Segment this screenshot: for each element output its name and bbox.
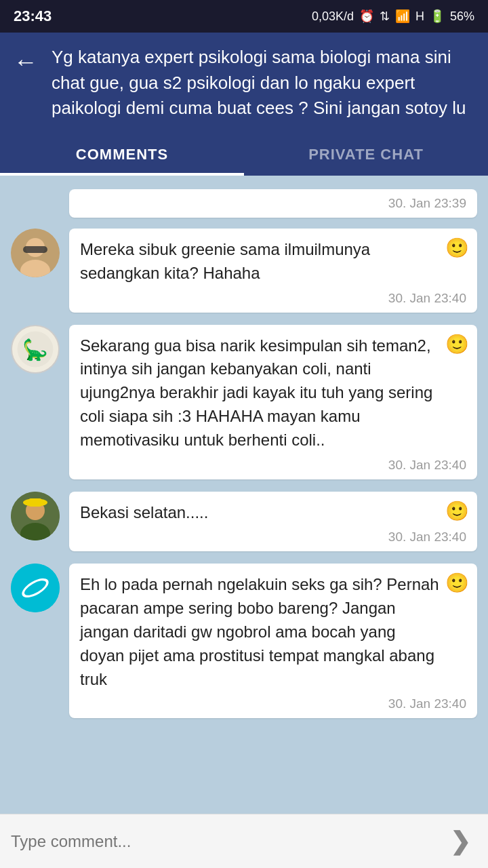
tabs-bar: COMMENTS PRIVATE CHAT	[0, 134, 488, 176]
svg-text:🦕: 🦕	[22, 337, 48, 362]
header: ← Yg katanya expert psikologi sama biolo…	[0, 33, 488, 134]
signal-arrows-icon: ⇅	[380, 9, 390, 24]
comment-input[interactable]	[11, 832, 443, 851]
avatar	[11, 564, 60, 612]
message-text: Sekarang gua bisa narik kesimpulan sih t…	[80, 334, 466, 452]
svg-rect-11	[28, 498, 42, 507]
avatar	[11, 492, 60, 540]
avatar: 🦕	[11, 325, 60, 374]
send-icon: ❯	[450, 827, 470, 856]
network-type: H	[415, 9, 424, 24]
back-button[interactable]: ←	[14, 47, 38, 76]
message-bubble: 🙂 Eh lo pada pernah ngelakuin seks ga si…	[69, 564, 477, 718]
message-row: 🙂 Mereka sibuk greenie sama ilmuilmunya …	[0, 223, 488, 318]
emoji-reaction-button[interactable]: 🙂	[445, 572, 469, 594]
top-message-timestamp: 30. Jan 23:39	[80, 196, 466, 211]
message-bubble: 🙂 Bekasi selatan..... 30. Jan 23:40	[69, 492, 477, 552]
data-speed: 0,03K/d	[312, 9, 354, 24]
message-text: Mereka sibuk greenie sama ilmuilmunya se…	[80, 238, 466, 285]
avatar-image	[11, 229, 60, 277]
message-row: 🙂 Bekasi selatan..... 30. Jan 23:40	[0, 486, 488, 557]
message-bubble: 🙂 Sekarang gua bisa narik kesimpulan sih…	[69, 325, 477, 479]
message-timestamp: 30. Jan 23:40	[388, 696, 466, 711]
tab-comments[interactable]: COMMENTS	[0, 134, 244, 176]
avatar-image	[11, 564, 60, 612]
status-bar: 23:43 0,03K/d ⏰ ⇅ 📶 H 🔋 56%	[0, 0, 488, 33]
message-row: 🦕 🙂 Sekarang gua bisa narik kesimpulan s…	[0, 319, 488, 485]
message-text: Bekasi selatan.....	[80, 501, 466, 525]
avatar-image	[11, 492, 60, 540]
message-row: 🙂 Eh lo pada pernah ngelakuin seks ga si…	[0, 558, 488, 724]
header-text: Yg katanya expert psikologi sama biologi…	[52, 45, 474, 121]
emoji-reaction-button[interactable]: 🙂	[445, 333, 469, 355]
chat-area: 30. Jan 23:39 🙂 Mereka sibuk greenie sam…	[0, 176, 488, 814]
message-timestamp: 30. Jan 23:40	[388, 530, 466, 545]
battery-icon: 🔋	[430, 9, 445, 24]
input-bar: ❯	[0, 814, 488, 868]
avatar	[11, 229, 60, 277]
message-timestamp: 30. Jan 23:40	[388, 291, 466, 306]
status-time: 23:43	[14, 7, 52, 25]
svg-rect-3	[23, 246, 47, 253]
signal-bars-icon: 📶	[395, 9, 410, 24]
emoji-reaction-button[interactable]: 🙂	[445, 237, 469, 259]
top-message-bubble: 30. Jan 23:39	[69, 189, 477, 218]
alarm-icon: ⏰	[359, 9, 374, 24]
message-timestamp: 30. Jan 23:40	[388, 458, 466, 473]
tab-private-chat[interactable]: PRIVATE CHAT	[244, 134, 488, 176]
message-text: Eh lo pada pernah ngelakuin seks ga sih?…	[80, 573, 466, 691]
message-bubble: 🙂 Mereka sibuk greenie sama ilmuilmunya …	[69, 229, 477, 313]
emoji-reaction-button[interactable]: 🙂	[445, 500, 469, 522]
battery-percent: 56%	[450, 9, 474, 24]
send-button[interactable]: ❯	[443, 825, 477, 859]
avatar-image: 🦕	[12, 325, 58, 374]
